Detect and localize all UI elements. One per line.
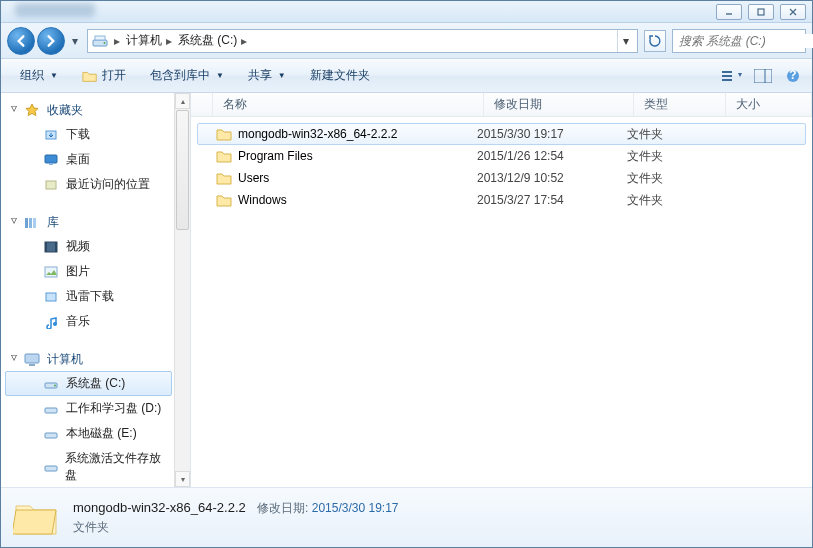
- view-options-button[interactable]: [722, 67, 744, 85]
- tree-header-libraries[interactable]: ▿ 库: [5, 211, 190, 234]
- details-text: mongodb-win32-x86_64-2.2.2 修改日期: 2015/3/…: [73, 500, 399, 536]
- file-row[interactable]: Users2013/12/9 10:52文件夹: [197, 167, 806, 189]
- include-in-library-button[interactable]: 包含到库中▼: [139, 63, 235, 88]
- close-button[interactable]: [780, 4, 806, 20]
- file-row[interactable]: Program Files2015/1/26 12:54文件夹: [197, 145, 806, 167]
- drive-icon: [92, 33, 108, 49]
- column-type[interactable]: 类型: [634, 93, 726, 116]
- content-area: ▿ 收藏夹 下载 桌面 最近访问的位置 ▿ 库 视频 图片 迅雷下载 音乐: [1, 93, 812, 487]
- folder-icon: [214, 171, 234, 185]
- folder-icon: [214, 149, 234, 163]
- file-row[interactable]: Windows2015/3/27 17:54文件夹: [197, 189, 806, 211]
- chevron-down-icon[interactable]: ▿: [9, 215, 19, 225]
- search-input[interactable]: [673, 34, 813, 48]
- music-icon: [42, 314, 60, 330]
- details-pane: mongodb-win32-x86_64-2.2.2 修改日期: 2015/3/…: [1, 487, 812, 547]
- share-button[interactable]: 共享▼: [237, 63, 297, 88]
- tree-item-videos[interactable]: 视频: [5, 234, 172, 259]
- download-manager-icon: [42, 289, 60, 305]
- open-button[interactable]: 打开: [71, 63, 137, 88]
- chevron-down-icon[interactable]: ▿: [9, 103, 19, 113]
- svg-point-32: [54, 384, 56, 386]
- help-button[interactable]: ?: [782, 67, 804, 85]
- tree-item-xunlei[interactable]: 迅雷下载: [5, 284, 172, 309]
- navigation-tree: ▿ 收藏夹 下载 桌面 最近访问的位置 ▿ 库 视频 图片 迅雷下载 音乐: [1, 93, 191, 487]
- tree-item-drive-e[interactable]: 本地磁盘 (E:): [5, 421, 172, 446]
- svg-rect-24: [45, 242, 47, 252]
- scroll-down-button[interactable]: ▾: [175, 471, 190, 487]
- window-controls: [716, 4, 806, 20]
- tree-item-desktop[interactable]: 桌面: [5, 147, 172, 172]
- tree-item-drive-d[interactable]: 工作和学习盘 (D:): [5, 396, 172, 421]
- svg-rect-1: [758, 9, 764, 15]
- svg-rect-27: [46, 293, 56, 301]
- file-row[interactable]: mongodb-win32-x86_64-2.2.22015/3/30 19:1…: [197, 123, 806, 145]
- file-name: Users: [234, 171, 477, 185]
- maximize-button[interactable]: [748, 4, 774, 20]
- minimize-button[interactable]: [716, 4, 742, 20]
- organize-button[interactable]: 组织▼: [9, 63, 69, 88]
- svg-rect-17: [45, 155, 57, 163]
- back-button[interactable]: [7, 27, 35, 55]
- breadcrumb[interactable]: 计算机 ▸: [126, 32, 172, 49]
- folder-icon: [214, 193, 234, 207]
- video-icon: [42, 239, 60, 255]
- folder-open-icon: [82, 68, 98, 84]
- file-name: mongodb-win32-x86_64-2.2.2: [234, 127, 477, 141]
- column-date[interactable]: 修改日期: [484, 93, 634, 116]
- file-date: 2013/12/9 10:52: [477, 171, 627, 185]
- breadcrumb-computer[interactable]: 计算机: [126, 32, 162, 49]
- details-meta-value: 2015/3/30 19:17: [312, 501, 399, 515]
- svg-rect-30: [29, 364, 35, 366]
- file-list: mongodb-win32-x86_64-2.2.22015/3/30 19:1…: [191, 117, 812, 487]
- chevron-down-icon[interactable]: ▿: [9, 352, 19, 362]
- column-name[interactable]: 名称: [213, 93, 484, 116]
- preview-pane-button[interactable]: [752, 67, 774, 85]
- titlebar: [1, 1, 812, 23]
- scroll-thumb[interactable]: [176, 110, 189, 230]
- file-date: 2015/3/30 19:17: [477, 127, 627, 141]
- folder-large-icon: [13, 495, 59, 541]
- forward-button[interactable]: [37, 27, 65, 55]
- sidebar-scrollbar[interactable]: ▴ ▾: [174, 93, 190, 487]
- tree-label: 最近访问的位置: [66, 176, 150, 193]
- computer-icon: [23, 352, 41, 368]
- drive-icon: [42, 401, 60, 417]
- breadcrumb-drive-c[interactable]: 系统盘 (C:): [178, 32, 237, 49]
- address-dropdown[interactable]: ▾: [617, 30, 633, 52]
- tree-label: 收藏夹: [47, 102, 83, 119]
- breadcrumb[interactable]: 系统盘 (C:) ▸: [178, 32, 247, 49]
- tree-item-downloads[interactable]: 下载: [5, 122, 172, 147]
- history-dropdown[interactable]: ▾: [69, 34, 81, 48]
- downloads-icon: [42, 127, 60, 143]
- address-bar[interactable]: ▸ 计算机 ▸ 系统盘 (C:) ▸ ▾: [87, 29, 638, 53]
- desktop-icon: [42, 152, 60, 168]
- recent-icon: [42, 177, 60, 193]
- details-meta-label: 修改日期:: [257, 501, 308, 515]
- column-size[interactable]: 大小: [726, 93, 812, 116]
- tree-header-favorites[interactable]: ▿ 收藏夹: [5, 99, 190, 122]
- svg-rect-21: [29, 218, 32, 228]
- svg-rect-5: [95, 36, 105, 40]
- tree-label: 桌面: [66, 151, 90, 168]
- star-icon: [23, 103, 41, 119]
- tree-item-drive-activation[interactable]: 系统激活文件存放盘: [5, 446, 172, 487]
- svg-rect-22: [33, 218, 36, 228]
- search-box[interactable]: [672, 29, 806, 53]
- tree-item-music[interactable]: 音乐: [5, 309, 172, 334]
- tree-item-pictures[interactable]: 图片: [5, 259, 172, 284]
- scroll-up-button[interactable]: ▴: [175, 93, 190, 109]
- scroll-track[interactable]: [175, 109, 190, 471]
- tree-group-computer: ▿ 计算机 系统盘 (C:) 工作和学习盘 (D:) 本地磁盘 (E:) 系统激…: [5, 348, 190, 487]
- new-folder-button[interactable]: 新建文件夹: [299, 63, 381, 88]
- details-item-type: 文件夹: [73, 519, 399, 536]
- tree-label: 图片: [66, 263, 90, 280]
- tree-item-drive-c[interactable]: 系统盘 (C:): [5, 371, 172, 396]
- tree-item-recent[interactable]: 最近访问的位置: [5, 172, 172, 197]
- svg-rect-12: [754, 69, 772, 83]
- file-name: Program Files: [234, 149, 477, 163]
- tree-header-computer[interactable]: ▿ 计算机: [5, 348, 190, 371]
- svg-rect-18: [49, 163, 53, 165]
- refresh-button[interactable]: [644, 30, 666, 52]
- library-icon: [23, 215, 41, 231]
